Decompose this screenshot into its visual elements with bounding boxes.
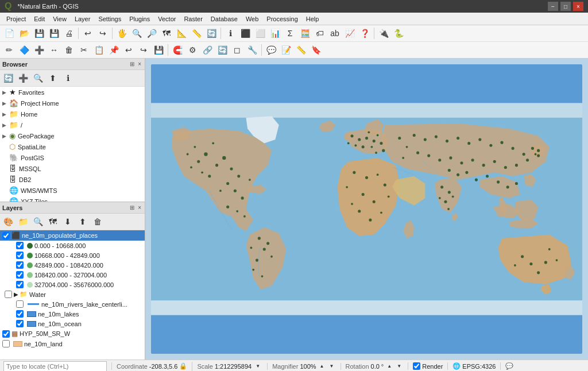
plugins-button[interactable]: 🔌: [377, 26, 390, 40]
layer-item-rivers[interactable]: ne_10m_rivers_lake_centerli...: [0, 299, 145, 309]
calculator-button[interactable]: 🧮: [298, 26, 312, 40]
zoom-full-button[interactable]: 🗺: [160, 26, 173, 40]
menu-processing[interactable]: Processing: [262, 14, 301, 24]
redo-button[interactable]: ↪: [96, 26, 110, 40]
rotate-button[interactable]: 🔄: [215, 43, 229, 57]
save-edits-button[interactable]: 💾: [152, 43, 165, 57]
layer-cb-rivers[interactable]: [16, 300, 24, 308]
layer-cb-land[interactable]: [2, 340, 10, 347]
browser-refresh-button[interactable]: 🔄: [1, 71, 15, 85]
layers-float-button[interactable]: ⊞: [129, 204, 136, 211]
help-button[interactable]: ❓: [358, 26, 372, 40]
advanced-edit-button[interactable]: 🔧: [245, 43, 259, 57]
layer-item-hyp[interactable]: ▦ HYP_50M_SR_W: [0, 329, 145, 339]
zoom-selection-button[interactable]: 📏: [189, 26, 203, 40]
filter-legend-button[interactable]: 🗺: [46, 215, 60, 229]
scale-dropdown-button[interactable]: ▼: [253, 362, 262, 371]
paste-feature-button[interactable]: 📌: [107, 43, 121, 57]
menu-layer[interactable]: Layer: [71, 14, 95, 24]
measure-button[interactable]: 📏: [294, 43, 308, 57]
layer-cb-lakes[interactable]: [16, 310, 24, 318]
delete-feature-button[interactable]: 🗑: [62, 43, 76, 57]
layer-item-populated-places[interactable]: ⬛ ne_10m_populated_places: [0, 230, 145, 241]
menu-plugins[interactable]: Plugins: [125, 14, 154, 24]
browser-item-geopackage[interactable]: ▶ ◉ GeoPackage: [0, 130, 145, 141]
labeltool-button[interactable]: ab: [328, 26, 342, 40]
digitize-shape-button[interactable]: ◻: [230, 43, 244, 57]
layer-item-land[interactable]: ne_10m_land: [0, 339, 145, 349]
select-button[interactable]: ⬛: [238, 26, 252, 40]
move-feature-button[interactable]: ↔: [47, 43, 61, 57]
minimize-button[interactable]: −: [548, 2, 558, 11]
layer-item-lakes[interactable]: ne_10m_lakes: [0, 309, 145, 319]
rotation-down-button[interactable]: ▼: [395, 364, 403, 369]
menu-raster[interactable]: Raster: [180, 14, 206, 24]
filter-layers-button[interactable]: 🔍: [31, 215, 45, 229]
close-button[interactable]: ×: [573, 2, 583, 11]
zoom-in-button[interactable]: 🔍: [130, 26, 144, 40]
diagram-button[interactable]: 📈: [343, 26, 357, 40]
magnifier-up-button[interactable]: ▲: [318, 364, 326, 369]
save-project-button[interactable]: 💾: [32, 26, 46, 40]
messages-icon[interactable]: 💬: [505, 362, 513, 370]
browser-item-postgis[interactable]: 🐘 PostGIS: [0, 152, 145, 163]
topology-button[interactable]: 🔗: [200, 43, 214, 57]
browser-item-xyz[interactable]: 🌐 XYZ Tiles: [0, 196, 145, 202]
print-button[interactable]: 🖨: [62, 26, 76, 40]
open-project-button[interactable]: 📂: [17, 26, 31, 40]
edit-nodes-button[interactable]: 🔷: [17, 43, 31, 57]
layer-cb-range5[interactable]: [16, 281, 24, 288]
browser-item-favorites[interactable]: ▶ ★ Favorites: [0, 87, 145, 98]
expand-all-button[interactable]: ⬇: [61, 215, 75, 229]
browser-item-home[interactable]: ▶ 📁 Home: [0, 109, 145, 119]
undo-edit-button[interactable]: ↩: [122, 43, 136, 57]
layer-cb-hyp[interactable]: [2, 330, 10, 338]
browser-item-db2[interactable]: 🗄 DB2: [0, 174, 145, 185]
world-map[interactable]: [151, 64, 582, 354]
refresh-button[interactable]: 🔄: [204, 26, 218, 40]
map-canvas[interactable]: [151, 64, 582, 354]
browser-item-root[interactable]: ▶ 📁 /: [0, 119, 145, 130]
browser-item-mssql[interactable]: 🗄 MSSQL: [0, 163, 145, 174]
render-checkbox[interactable]: [413, 362, 420, 370]
layer-cb-range2[interactable]: [16, 252, 24, 259]
layer-subitem-range5[interactable]: 327004.000 - 35676000.000: [0, 280, 145, 289]
map-tips-button[interactable]: 💬: [264, 43, 278, 57]
layer-cb-ocean[interactable]: [16, 320, 24, 327]
menu-settings[interactable]: Settings: [94, 14, 125, 24]
add-group-button[interactable]: 📁: [16, 215, 30, 229]
menu-database[interactable]: Database: [207, 14, 242, 24]
menu-vector[interactable]: Vector: [154, 14, 180, 24]
layer-cb-water-group[interactable]: [5, 291, 12, 298]
layer-checkbox-populated-places[interactable]: [2, 232, 10, 239]
menu-edit[interactable]: Edit: [30, 14, 49, 24]
remove-layer-button[interactable]: 🗑: [91, 215, 105, 229]
layers-close-button[interactable]: ×: [137, 204, 142, 211]
layer-subitem-range4[interactable]: 108420.000 - 327004.000: [0, 270, 145, 280]
layer-subitem-range3[interactable]: 42849.000 - 108420.000: [0, 260, 145, 270]
maximize-button[interactable]: □: [560, 2, 571, 11]
magnifier-down-button[interactable]: ▼: [328, 364, 336, 369]
menu-view[interactable]: View: [49, 14, 71, 24]
messages-section[interactable]: 💬: [500, 362, 513, 370]
layer-cb-range3[interactable]: [16, 261, 24, 269]
layer-cb-range1[interactable]: [16, 242, 24, 249]
save-as-button[interactable]: 💾: [47, 26, 61, 40]
rotation-up-button[interactable]: ▲: [385, 364, 393, 369]
annotations-button[interactable]: 📝: [279, 43, 293, 57]
browser-item-wms[interactable]: 🌐 WMS/WMTS: [0, 185, 145, 196]
map-area[interactable]: [145, 59, 588, 360]
layer-item-ocean[interactable]: ne_10m_ocean: [0, 319, 145, 329]
epsg-section[interactable]: 🌐 EPSG:4326: [447, 362, 496, 370]
zoom-layer-button[interactable]: 📐: [175, 26, 188, 40]
menu-help[interactable]: Help: [302, 14, 323, 24]
menu-web[interactable]: Web: [242, 14, 262, 24]
snap-config-button[interactable]: ⚙: [185, 43, 199, 57]
layers-panel-controls[interactable]: ⊞ ×: [129, 204, 142, 211]
browser-item-spatialite[interactable]: ⬡ SpatiaLite: [0, 141, 145, 152]
spatial-bookmark-button[interactable]: 🔖: [309, 43, 323, 57]
undo-button[interactable]: ↩: [81, 26, 95, 40]
browser-item-project-home[interactable]: ▶ 🏠 Project Home: [0, 98, 145, 109]
snapping-button[interactable]: 🧲: [171, 43, 184, 57]
python-button[interactable]: 🐍: [392, 26, 405, 40]
